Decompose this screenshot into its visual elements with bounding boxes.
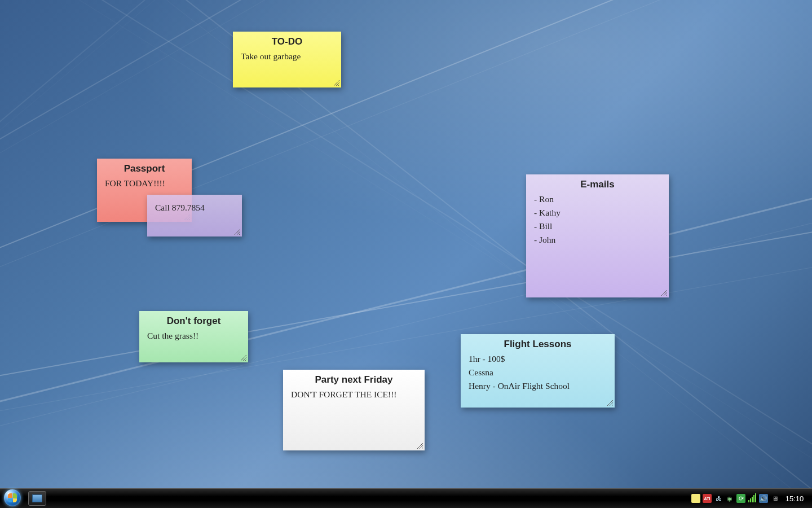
note-body[interactable]: FOR TODAY!!!!	[104, 177, 185, 190]
note-body[interactable]: Cut the grass!!	[146, 329, 241, 343]
sticky-note-party[interactable]: Party next FridayDON'T FORGET THE ICE!!!	[283, 370, 425, 450]
note-title: TO-DO	[240, 34, 334, 50]
start-button[interactable]	[0, 489, 25, 508]
note-title: E-mails	[533, 177, 662, 192]
sticky-note-todo[interactable]: TO-DOTake out garbage	[233, 32, 341, 87]
sync-tray-icon[interactable]: ⟳	[736, 494, 745, 503]
svg-line-11	[666, 295, 667, 296]
signal-tray-icon[interactable]	[748, 494, 757, 503]
taskbar: ATI🖧◉⟳🔊🖥15:10	[0, 488, 812, 508]
note-title: Flight Lessons	[467, 337, 608, 352]
resize-grip-icon[interactable]	[606, 398, 614, 406]
note-body[interactable]: DON'T FORGET THE ICE!!!	[290, 388, 418, 401]
network-tray-icon[interactable]: 🖧	[714, 494, 723, 503]
resize-grip-icon[interactable]	[660, 288, 668, 296]
svg-line-14	[245, 360, 246, 361]
note-body[interactable]: Take out garbage	[240, 50, 334, 63]
resize-grip-icon[interactable]	[416, 441, 423, 449]
show-desktop-icon	[32, 494, 42, 502]
ati-tray-icon[interactable]: ATI	[703, 494, 712, 503]
resize-grip-icon[interactable]	[233, 227, 241, 235]
taskbar-clock[interactable]: 15:10	[782, 494, 807, 503]
resize-grip-icon[interactable]	[239, 353, 247, 361]
resize-grip-icon[interactable]	[332, 78, 340, 86]
note-title: Passport	[104, 161, 185, 177]
sticky-note-emails[interactable]: E-mails- Ron - Kathy - Bill - John	[526, 174, 669, 297]
note-title: Party next Friday	[290, 373, 418, 388]
sticky-note-flight[interactable]: Flight Lessons1hr - 100$ Cessna Henry - …	[461, 334, 615, 408]
monitor-tray-icon[interactable]: 🖥	[770, 494, 779, 503]
note-title: Don't forget	[146, 314, 241, 329]
svg-line-20	[422, 448, 423, 449]
svg-line-8	[239, 234, 240, 235]
note-body[interactable]: - Ron - Kathy - Bill - John	[533, 192, 662, 247]
sticky-note-call[interactable]: Call 879.7854	[147, 195, 242, 237]
volume-tray-icon[interactable]: 🔊	[759, 494, 768, 503]
svg-line-2	[338, 85, 339, 86]
windows-orb-icon	[4, 489, 21, 506]
svg-line-17	[612, 405, 613, 406]
taskbar-item-desktop[interactable]	[28, 491, 46, 506]
note-body[interactable]: 1hr - 100$ Cessna Henry - OnAir Flight S…	[467, 352, 608, 393]
note-tray-icon[interactable]	[691, 494, 700, 503]
shield-tray-icon[interactable]: ◉	[725, 494, 734, 503]
system-tray: ATI🖧◉⟳🔊🖥15:10	[687, 489, 812, 508]
desktop-wallpaper[interactable]: TO-DOTake out garbagePassportFOR TODAY!!…	[0, 0, 812, 508]
note-body[interactable]: Call 879.7854	[154, 198, 235, 214]
sticky-note-dontforget[interactable]: Don't forgetCut the grass!!	[139, 311, 248, 362]
